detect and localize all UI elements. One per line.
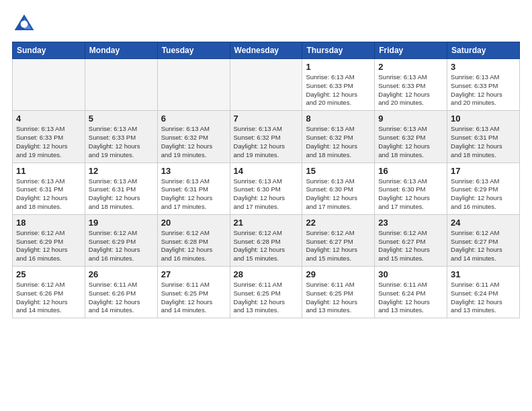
calendar-header-saturday: Saturday (447, 42, 520, 59)
calendar-day-cell: 31Sunrise: 6:11 AM Sunset: 6:24 PM Dayli… (447, 267, 520, 318)
calendar-week-row: 1Sunrise: 6:13 AM Sunset: 6:33 PM Daylig… (13, 59, 520, 111)
calendar-day-cell: 5Sunrise: 6:13 AM Sunset: 6:33 PM Daylig… (85, 111, 157, 163)
day-detail: Sunrise: 6:13 AM Sunset: 6:32 PM Dayligh… (234, 125, 299, 159)
day-number: 11 (16, 166, 81, 176)
calendar-day-cell: 8Sunrise: 6:13 AM Sunset: 6:32 PM Daylig… (302, 111, 375, 163)
calendar-header-row: SundayMondayTuesdayWednesdayThursdayFrid… (13, 42, 520, 59)
calendar-day-cell: 27Sunrise: 6:11 AM Sunset: 6:25 PM Dayli… (157, 267, 230, 318)
day-detail: Sunrise: 6:13 AM Sunset: 6:32 PM Dayligh… (161, 125, 226, 159)
calendar-day-cell (230, 59, 302, 111)
day-number: 5 (89, 113, 154, 124)
day-number: 21 (234, 218, 299, 228)
calendar-day-cell: 10Sunrise: 6:13 AM Sunset: 6:31 PM Dayli… (447, 111, 520, 163)
calendar-day-cell: 23Sunrise: 6:12 AM Sunset: 6:27 PM Dayli… (375, 214, 447, 266)
day-number: 26 (89, 269, 154, 279)
day-detail: Sunrise: 6:13 AM Sunset: 6:31 PM Dayligh… (16, 177, 81, 212)
day-number: 13 (161, 166, 226, 176)
day-number: 29 (306, 269, 371, 279)
day-number: 1 (306, 62, 371, 72)
day-detail: Sunrise: 6:11 AM Sunset: 6:24 PM Dayligh… (451, 281, 516, 315)
calendar-day-cell: 15Sunrise: 6:13 AM Sunset: 6:30 PM Dayli… (302, 163, 375, 214)
day-detail: Sunrise: 6:13 AM Sunset: 6:31 PM Dayligh… (89, 177, 154, 212)
calendar-day-cell: 30Sunrise: 6:11 AM Sunset: 6:24 PM Dayli… (375, 267, 447, 318)
calendar-day-cell: 4Sunrise: 6:13 AM Sunset: 6:33 PM Daylig… (13, 111, 85, 163)
day-number: 3 (451, 62, 516, 72)
day-number: 2 (378, 62, 443, 72)
calendar-day-cell: 7Sunrise: 6:13 AM Sunset: 6:32 PM Daylig… (230, 111, 302, 163)
calendar-day-cell: 17Sunrise: 6:13 AM Sunset: 6:29 PM Dayli… (447, 163, 520, 214)
day-detail: Sunrise: 6:11 AM Sunset: 6:26 PM Dayligh… (89, 281, 154, 315)
day-number: 16 (378, 166, 443, 176)
calendar-day-cell: 12Sunrise: 6:13 AM Sunset: 6:31 PM Dayli… (85, 163, 157, 214)
calendar-week-row: 11Sunrise: 6:13 AM Sunset: 6:31 PM Dayli… (13, 163, 520, 214)
header (12, 12, 520, 36)
calendar-day-cell: 21Sunrise: 6:12 AM Sunset: 6:28 PM Dayli… (230, 214, 302, 266)
day-number: 20 (161, 218, 226, 228)
calendar-day-cell: 25Sunrise: 6:12 AM Sunset: 6:26 PM Dayli… (13, 267, 85, 318)
day-detail: Sunrise: 6:12 AM Sunset: 6:27 PM Dayligh… (451, 229, 516, 263)
calendar-day-cell: 16Sunrise: 6:13 AM Sunset: 6:30 PM Dayli… (375, 163, 447, 214)
calendar-day-cell: 19Sunrise: 6:12 AM Sunset: 6:29 PM Dayli… (85, 214, 157, 266)
day-detail: Sunrise: 6:12 AM Sunset: 6:27 PM Dayligh… (306, 229, 371, 263)
day-detail: Sunrise: 6:13 AM Sunset: 6:30 PM Dayligh… (234, 177, 299, 212)
calendar-day-cell (13, 59, 85, 111)
calendar-header-tuesday: Tuesday (157, 42, 230, 59)
day-detail: Sunrise: 6:13 AM Sunset: 6:33 PM Dayligh… (16, 125, 81, 159)
day-detail: Sunrise: 6:13 AM Sunset: 6:33 PM Dayligh… (89, 125, 154, 159)
day-number: 31 (451, 269, 516, 279)
calendar-table: SundayMondayTuesdayWednesdayThursdayFrid… (12, 42, 520, 318)
calendar-week-row: 25Sunrise: 6:12 AM Sunset: 6:26 PM Dayli… (13, 267, 520, 318)
calendar-day-cell: 24Sunrise: 6:12 AM Sunset: 6:27 PM Dayli… (447, 214, 520, 266)
day-detail: Sunrise: 6:11 AM Sunset: 6:25 PM Dayligh… (306, 281, 371, 315)
calendar-day-cell (85, 59, 157, 111)
day-detail: Sunrise: 6:13 AM Sunset: 6:29 PM Dayligh… (451, 177, 516, 212)
day-number: 10 (451, 113, 516, 124)
calendar-day-cell: 11Sunrise: 6:13 AM Sunset: 6:31 PM Dayli… (13, 163, 85, 214)
day-number: 24 (451, 218, 516, 228)
day-detail: Sunrise: 6:13 AM Sunset: 6:31 PM Dayligh… (451, 125, 516, 159)
day-number: 25 (16, 269, 81, 279)
day-number: 28 (234, 269, 299, 279)
calendar-week-row: 18Sunrise: 6:12 AM Sunset: 6:29 PM Dayli… (13, 214, 520, 266)
day-detail: Sunrise: 6:12 AM Sunset: 6:27 PM Dayligh… (378, 229, 443, 263)
day-detail: Sunrise: 6:11 AM Sunset: 6:25 PM Dayligh… (234, 281, 299, 315)
calendar-day-cell: 20Sunrise: 6:12 AM Sunset: 6:28 PM Dayli… (157, 214, 230, 266)
day-number: 12 (89, 166, 154, 176)
calendar-day-cell: 2Sunrise: 6:13 AM Sunset: 6:33 PM Daylig… (375, 59, 447, 111)
day-number: 4 (16, 113, 81, 124)
day-detail: Sunrise: 6:13 AM Sunset: 6:30 PM Dayligh… (306, 177, 371, 212)
calendar-header-sunday: Sunday (13, 42, 85, 59)
calendar-week-row: 4Sunrise: 6:13 AM Sunset: 6:33 PM Daylig… (13, 111, 520, 163)
day-number: 9 (378, 113, 443, 124)
calendar-day-cell: 6Sunrise: 6:13 AM Sunset: 6:32 PM Daylig… (157, 111, 230, 163)
day-number: 23 (378, 218, 443, 228)
day-detail: Sunrise: 6:13 AM Sunset: 6:33 PM Dayligh… (451, 73, 516, 107)
calendar-header-friday: Friday (375, 42, 447, 59)
day-number: 6 (161, 113, 226, 124)
day-number: 15 (306, 166, 371, 176)
calendar-header-monday: Monday (85, 42, 157, 59)
day-number: 7 (234, 113, 299, 124)
day-detail: Sunrise: 6:13 AM Sunset: 6:33 PM Dayligh… (378, 73, 443, 107)
calendar-header-thursday: Thursday (302, 42, 375, 59)
day-detail: Sunrise: 6:12 AM Sunset: 6:28 PM Dayligh… (161, 229, 226, 263)
calendar-header-wednesday: Wednesday (230, 42, 302, 59)
svg-point-2 (21, 21, 28, 28)
calendar-day-cell: 14Sunrise: 6:13 AM Sunset: 6:30 PM Dayli… (230, 163, 302, 214)
day-number: 30 (378, 269, 443, 279)
day-detail: Sunrise: 6:13 AM Sunset: 6:32 PM Dayligh… (378, 125, 443, 159)
calendar-day-cell: 26Sunrise: 6:11 AM Sunset: 6:26 PM Dayli… (85, 267, 157, 318)
day-detail: Sunrise: 6:13 AM Sunset: 6:30 PM Dayligh… (378, 177, 443, 212)
calendar-day-cell (157, 59, 230, 111)
calendar-day-cell: 28Sunrise: 6:11 AM Sunset: 6:25 PM Dayli… (230, 267, 302, 318)
day-detail: Sunrise: 6:11 AM Sunset: 6:24 PM Dayligh… (378, 281, 443, 315)
calendar-day-cell: 1Sunrise: 6:13 AM Sunset: 6:33 PM Daylig… (302, 59, 375, 111)
calendar-day-cell: 13Sunrise: 6:13 AM Sunset: 6:31 PM Dayli… (157, 163, 230, 214)
day-number: 14 (234, 166, 299, 176)
calendar-day-cell: 22Sunrise: 6:12 AM Sunset: 6:27 PM Dayli… (302, 214, 375, 266)
day-detail: Sunrise: 6:13 AM Sunset: 6:32 PM Dayligh… (306, 125, 371, 159)
day-detail: Sunrise: 6:13 AM Sunset: 6:31 PM Dayligh… (161, 177, 226, 212)
calendar-day-cell: 18Sunrise: 6:12 AM Sunset: 6:29 PM Dayli… (13, 214, 85, 266)
day-detail: Sunrise: 6:12 AM Sunset: 6:29 PM Dayligh… (16, 229, 81, 263)
page: SundayMondayTuesdayWednesdayThursdayFrid… (0, 0, 532, 326)
